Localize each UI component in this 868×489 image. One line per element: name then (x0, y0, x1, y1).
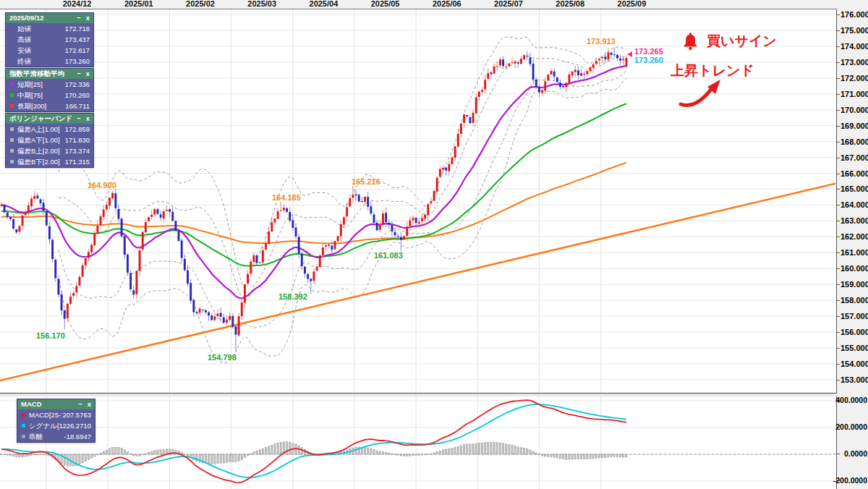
row-value: 170.260 (65, 90, 90, 101)
row-label: 偏差A上[1.00] (17, 124, 65, 135)
row-label: 安値 (17, 45, 65, 56)
price-axis-tick (837, 268, 840, 269)
row-label: 乖離 (29, 431, 64, 442)
minimize-button[interactable]: − (77, 69, 81, 79)
macd-axis-label: 0.0000 (844, 449, 867, 458)
month-label: 2025/07 (494, 0, 523, 8)
bell-icon (682, 32, 699, 51)
macd-axis-label: -200.0000 (833, 476, 867, 485)
row-value: 172.617 (65, 45, 90, 56)
macd-chart-canvas[interactable] (0, 396, 836, 489)
month-label: 2025/03 (247, 0, 276, 8)
price-axis-tick (837, 94, 840, 95)
quote-panel[interactable]: 2025/09/12−x始値172.718高値173.437安値172.617終… (5, 12, 94, 67)
ema-long-line[interactable] (1, 163, 626, 243)
month-label: 2025/04 (310, 0, 339, 8)
minimize-button[interactable]: − (78, 399, 82, 409)
close-button[interactable]: x (88, 399, 91, 409)
chart-price-label: 158.392 (278, 293, 307, 301)
row-label: MACD[25-75] (29, 409, 62, 420)
row-value: 172.718 (65, 23, 90, 34)
panel-row: MACD[25-75]207.5763 (17, 409, 95, 420)
price-axis-label: 173.000 (841, 58, 868, 67)
panel-header[interactable]: ボリンジャーバンド−x (6, 114, 93, 124)
current-price-sub-label: 173.260 (634, 56, 663, 64)
series-bullet-icon (22, 424, 25, 428)
month-label: 2025/01 (124, 0, 153, 8)
panel-row: 偏差B上[2.00]173.374 (6, 145, 93, 156)
macd-chart-pane[interactable] (0, 396, 837, 489)
price-axis-tick (837, 221, 840, 221)
price-axis-label: 176.000 (841, 10, 868, 19)
price-axis-tick (837, 30, 840, 31)
pane-separator[interactable] (0, 393, 837, 396)
panel-body: 偏差A上[1.00]172.859偏差A下[1.00]171.830偏差B上[2… (6, 124, 93, 167)
close-button[interactable]: x (86, 13, 90, 23)
price-axis-label: 157.000 (841, 312, 868, 320)
panel-row: 長期[200]166.711 (6, 101, 93, 111)
row-label: シグナル[15] (29, 420, 62, 431)
minimize-button[interactable]: − (77, 114, 81, 124)
month-label: 2025/08 (556, 0, 584, 8)
chart-price-label: 173.913 (587, 38, 616, 46)
row-label: 偏差B上[2.00] (17, 145, 65, 156)
price-axis-tick (837, 14, 840, 15)
price-axis-label: 167.000 (841, 153, 868, 162)
series-bullet-icon (10, 82, 14, 86)
price-axis-tick (837, 174, 840, 174)
series-bullet-icon (22, 413, 25, 417)
price-axis-label: 165.000 (841, 184, 868, 193)
price-axis-tick (837, 237, 840, 237)
price-axis-tick (837, 189, 840, 190)
row-label: 終値 (17, 56, 65, 67)
panel-row: 高値173.437 (6, 34, 93, 45)
buy-signal-annotation: 買いサイン (682, 32, 777, 51)
panel-row: 中期[75]170.260 (6, 90, 93, 101)
price-axis-label: 163.000 (841, 216, 868, 225)
minimize-button[interactable]: − (77, 13, 81, 23)
series-bullet-icon (10, 160, 14, 163)
chart-price-label: 164.185 (272, 194, 301, 202)
bollinger-bands-layer (59, 37, 626, 363)
chart-price-label: 161.083 (374, 252, 403, 260)
series-bullet-icon (10, 138, 14, 142)
price-axis-tick (837, 316, 840, 317)
panel-row: 偏差B下[2.00]171.315 (6, 156, 93, 167)
macd-axis-tick (837, 454, 840, 454)
month-label: 2025/09 (618, 0, 647, 8)
row-label: 中期[75] (17, 90, 65, 101)
panel-controls: −x (77, 69, 90, 79)
price-axis-label: 153.000 (841, 375, 868, 384)
row-label: 偏差A下[1.00] (17, 135, 65, 145)
row-value: 172.859 (65, 124, 90, 135)
panel-body: MACD[25-75]207.5763シグナル[15]226.2710乖離-18… (17, 409, 95, 442)
row-value: 173.437 (65, 34, 90, 45)
macd-panel[interactable]: MACD−xMACD[25-75]207.5763シグナル[15]226.271… (17, 399, 95, 443)
trend-line[interactable] (0, 184, 835, 380)
month-label: 2025/05 (371, 0, 400, 8)
row-label: 偏差B下[2.00] (17, 156, 65, 167)
panel-controls: −x (77, 114, 90, 124)
chart-price-label: 156.170 (36, 332, 65, 340)
close-button[interactable]: x (86, 114, 90, 124)
price-axis-tick (837, 62, 840, 63)
panel-title: MACD (21, 399, 42, 409)
bollinger-panel[interactable]: ボリンジャーバンド−x偏差A上[1.00]172.859偏差A下[1.00]17… (5, 113, 94, 168)
panel-row: 始値172.718 (6, 23, 93, 34)
current-price-label: 173.265 (634, 48, 663, 56)
panel-header[interactable]: 2025/09/12−x (6, 13, 93, 23)
ema-panel[interactable]: 指数平滑移動平均−x短期[25]172.336中期[75]170.260長期[2… (5, 68, 94, 112)
series-bullet-icon (22, 435, 25, 438)
close-button[interactable]: x (86, 69, 90, 79)
panel-header[interactable]: MACD−x (17, 399, 95, 409)
chart-price-label: 154.798 (208, 354, 237, 362)
price-axis-tick (837, 380, 840, 380)
price-axis-tick (837, 126, 840, 127)
row-value: 172.336 (65, 79, 90, 90)
series-bullet-icon (10, 104, 14, 108)
panel-body: 始値172.718高値173.437安値172.617終値173.260 (6, 23, 93, 67)
price-axis-label: 161.000 (841, 248, 868, 257)
price-axis-label: 162.000 (841, 232, 868, 241)
row-label: 長期[200] (17, 101, 65, 111)
panel-header[interactable]: 指数平滑移動平均−x (6, 69, 93, 79)
